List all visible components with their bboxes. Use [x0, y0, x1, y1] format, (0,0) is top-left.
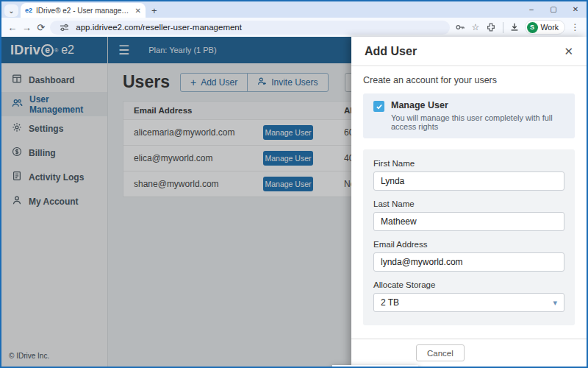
last-name-field[interactable]: [373, 212, 564, 231]
add-user-form: First Name Last Name Email Address Alloc…: [363, 149, 575, 325]
extensions-icon[interactable]: [486, 21, 497, 34]
cancel-button[interactable]: Cancel: [416, 344, 465, 361]
app-root: IDrive®e2 Dashboard: [1, 37, 587, 367]
download-icon[interactable]: [509, 21, 520, 34]
manage-user-checkbox[interactable]: [373, 101, 384, 112]
maximize-icon[interactable]: ▢: [542, 2, 564, 17]
site-favicon: e2: [25, 7, 32, 14]
panel-subtitle: Create an account for your users: [363, 75, 575, 85]
profile-avatar: S: [527, 22, 538, 33]
email-label: Email Address: [373, 240, 564, 249]
tab-title: IDrive® e2 - User management: [36, 7, 132, 15]
back-icon[interactable]: ←: [7, 22, 17, 33]
refresh-icon[interactable]: ⟳: [36, 22, 46, 33]
window-controls: – ▢ ✕: [520, 1, 587, 18]
modal-dim-overlay: [1, 37, 351, 367]
panel-title: Add User: [365, 45, 417, 58]
tab-search-button[interactable]: ⌄: [4, 4, 18, 17]
allocate-storage-select[interactable]: 2 TB ▾: [373, 293, 564, 312]
add-user-panel: Add User ✕ Create an account for your us…: [351, 37, 587, 367]
toolbar-divider: [503, 22, 503, 33]
manage-user-card: Manage User You will manage this user co…: [363, 93, 575, 138]
allocate-storage-value: 2 TB: [381, 297, 399, 308]
site-info-icon[interactable]: [57, 21, 71, 34]
bookmark-star-icon[interactable]: ☆: [470, 21, 481, 34]
browser-toolbar: ← → ⟳ app.idrivee2.com/reseller-user-man…: [1, 18, 587, 37]
minimize-icon[interactable]: –: [520, 2, 542, 17]
email-field[interactable]: [373, 252, 564, 272]
caret-down-icon: ▾: [553, 298, 557, 308]
url-bar[interactable]: app.idrivee2.com/reseller-user-managemen…: [50, 21, 450, 35]
panel-close-icon[interactable]: ✕: [564, 45, 573, 58]
window-close-icon[interactable]: ✕: [564, 2, 587, 17]
new-tab-button[interactable]: +: [151, 5, 157, 16]
forward-icon[interactable]: →: [21, 22, 31, 33]
profile-label: Work: [541, 23, 559, 32]
chevron-down-icon: ⌄: [8, 7, 14, 15]
panel-footer: Cancel: [351, 339, 587, 367]
browser-window: ⌄ e2 IDrive® e2 - User management ✕ + – …: [0, 0, 588, 368]
allocate-storage-label: Allocate Storage: [373, 280, 564, 289]
manage-user-description: You will manage this user completely wit…: [391, 113, 566, 131]
first-name-label: First Name: [373, 159, 564, 168]
url-text: app.idrivee2.com/reseller-user-managemen…: [76, 23, 242, 32]
browser-tab[interactable]: e2 IDrive® e2 - User management ✕: [21, 3, 146, 18]
focused-button-highlight: Add User: [332, 365, 418, 368]
panel-header: Add User ✕: [351, 37, 587, 66]
tab-close-icon[interactable]: ✕: [135, 7, 141, 15]
password-key-icon[interactable]: [454, 21, 465, 34]
profile-chip[interactable]: S Work: [525, 20, 565, 35]
tab-strip: ⌄ e2 IDrive® e2 - User management ✕ + – …: [1, 1, 587, 18]
last-name-label: Last Name: [373, 199, 564, 208]
manage-user-checkbox-label[interactable]: Manage User: [391, 100, 566, 110]
more-menu-icon[interactable]: ⋮: [570, 21, 581, 34]
first-name-field[interactable]: [373, 171, 564, 191]
